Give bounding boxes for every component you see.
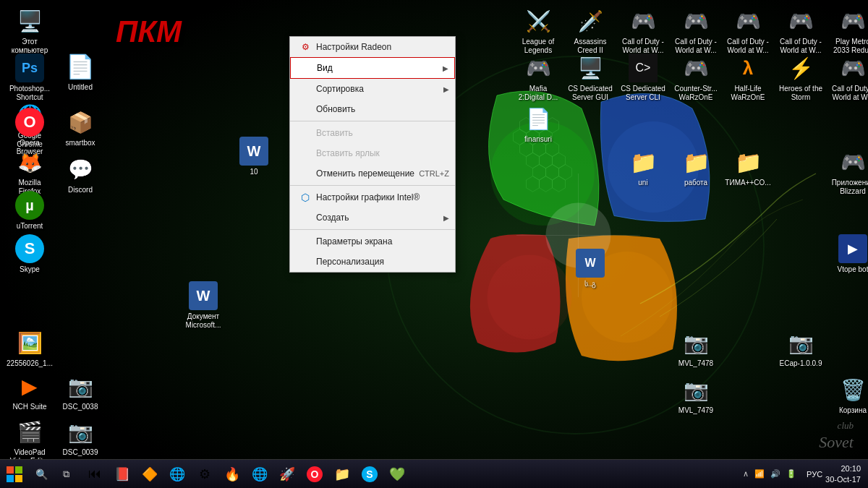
desktop-icon-finansuri[interactable]: 📄 finansuri xyxy=(512,101,564,147)
taskbar: 🔍 ⧉ ⏮ 📕 🔶 🌐 ⚙ 🔥 🌐 🚀 O 📁 S 💚 ∧ 📶 🔊 🔋 xyxy=(0,459,868,488)
desktop-icon-cs-gui[interactable]: 🖥️ CS DedicatedServer GUI xyxy=(564,51,616,105)
desktop-icon-ecap[interactable]: 📷 ECap-1.0.0.9 xyxy=(775,325,827,371)
taskbar-app-explorer[interactable]: 📁 xyxy=(330,462,354,487)
uni-label: uni xyxy=(638,179,647,187)
desktop-icon-discord[interactable]: 💬 Discord xyxy=(54,152,106,197)
acrobat-icon: 📕 xyxy=(114,466,130,482)
taskbar-app-skype[interactable]: S xyxy=(357,462,382,487)
taskbar-app-8[interactable]: 🚀 xyxy=(275,462,299,487)
taskbar-app-3[interactable]: 🔶 xyxy=(137,462,162,487)
desktop-icon-mvl7478[interactable]: 📷 MVL_7478 xyxy=(670,325,722,371)
firefox-icon: 🦊 xyxy=(15,147,44,176)
league-icon: ⚔️ xyxy=(524,7,553,35)
taskbar-app-chrome[interactable]: 🌐 xyxy=(247,462,272,487)
desktop-icon-heroes[interactable]: ⚡ Heroes of theStorm xyxy=(775,51,827,105)
tima-icon: 📁 xyxy=(733,147,762,176)
desktop-icon-blizzard[interactable]: 🎮 ПриложениеBlizzard xyxy=(827,145,868,199)
context-menu: ⚙ Настройки Radeon Вид ▶ Сортировка ▶ Об… xyxy=(289,36,456,273)
taskbar-app-5[interactable]: ⚙ xyxy=(192,462,217,487)
desktop-icon-cod-last[interactable]: 🎮 Call of Duty -World at W... xyxy=(827,51,868,105)
desktop-icon-skype[interactable]: S Skype xyxy=(4,231,56,277)
media-icon: ⏮ xyxy=(88,466,101,481)
ctx-item-personalize[interactable]: Персонализация xyxy=(290,252,455,272)
ctx-item-view[interactable]: Вид ▶ xyxy=(290,57,455,79)
desktop-icon-doc-ms[interactable]: W ДокументMicrosoft... xyxy=(177,278,229,333)
desktop-icon-dsc0039[interactable]: 📷 DSC_0039 xyxy=(54,414,106,460)
desktop-icon-this-pc[interactable]: 🖥️ Этоткомпьютер xyxy=(4,4,56,58)
ctx-item-screen[interactable]: Параметры экрана xyxy=(290,231,455,252)
cod4-icon: 🎮 xyxy=(786,7,815,35)
desktop-icon-cod4[interactable]: 🎮 Call of Duty -World at W... xyxy=(775,4,827,58)
lang-indicator[interactable]: РУС xyxy=(804,470,825,479)
desktop-icon-22556026[interactable]: 🖼️ 22556026_1... xyxy=(4,325,56,371)
search-button[interactable]: 🔍 xyxy=(29,460,54,489)
ctx-item-undo[interactable]: Отменить перемещение CTRL+Z xyxy=(290,163,455,184)
ctx-item-paste-shortcut[interactable]: Вставить ярлык xyxy=(290,143,455,163)
clock-time: 20:10 xyxy=(825,463,861,474)
desktop-icon-vtope[interactable]: ▶ Vtope bot xyxy=(827,231,868,277)
desktop-icon-word10[interactable]: W 10 xyxy=(228,134,280,179)
desktop-icon-photoshop[interactable]: Ps Photoshop...Shortcut xyxy=(4,51,56,105)
ctx-item-refresh[interactable]: Обновить xyxy=(290,99,455,119)
watermark: club Sovet xyxy=(819,417,854,452)
mafia-label: Mafia2:Digital D... xyxy=(519,85,558,102)
personalize-icon xyxy=(299,255,312,268)
ctx-item-sort[interactable]: Сортировка ▶ xyxy=(290,79,455,99)
desktop-icon-dsc0038[interactable]: 📷 DSC_0038 xyxy=(54,369,106,414)
taskbar-app-6[interactable]: 🔥 xyxy=(220,462,244,487)
taskbar-app-media[interactable]: ⏮ xyxy=(82,462,107,487)
screen-icon xyxy=(299,235,312,248)
create-icon xyxy=(299,211,312,224)
desktop-icon-metro[interactable]: 🎮 Play Metro2033 Redux xyxy=(827,4,868,58)
taskbar-app-acrobat[interactable]: 📕 xyxy=(110,462,135,487)
desktop-icon-cod3[interactable]: 🎮 Call of Duty -World at W... xyxy=(722,4,774,58)
desktop-icon-cs-cli[interactable]: C> CS DedicatedServer CLI xyxy=(617,51,669,105)
battery-icon[interactable]: 🔋 xyxy=(785,469,798,479)
skype-icon: S xyxy=(15,234,44,263)
svg-rect-29 xyxy=(7,475,14,482)
desktop-icon-nch[interactable]: ▶ NCH Suite xyxy=(4,369,56,414)
desktop-icon-utorrent[interactable]: µ uTorrent xyxy=(4,188,56,234)
volume-icon[interactable]: 🔊 xyxy=(769,469,782,479)
systray-chevron[interactable]: ∧ xyxy=(741,469,750,479)
chrome-tb-icon: 🌐 xyxy=(252,466,268,482)
ctx-item-create[interactable]: Создать ▶ xyxy=(290,207,455,228)
taskbar-app-4[interactable]: 🌐 xyxy=(165,462,190,487)
cod-last-label: Call of Duty -World at W... xyxy=(832,85,868,102)
clock[interactable]: 20:10 30-Oct-17 xyxy=(825,463,865,484)
cs-gui-label: CS DedicatedServer GUI xyxy=(568,85,613,102)
desktop-icon-mvl7479[interactable]: 📷 MVL_7479 xyxy=(670,372,722,418)
desktop-icon-cod2[interactable]: 🎮 Call of Duty -World at W... xyxy=(670,4,722,58)
korzina-label: Корзина xyxy=(839,406,867,415)
network-icon[interactable]: 📶 xyxy=(753,469,766,479)
desktop-icon-rabota[interactable]: 📁 работа xyxy=(670,145,722,190)
ctx-item-intel[interactable]: ⬡ Настройки графики Intel® xyxy=(290,187,455,207)
desktop-icon-hl2[interactable]: λ Half-LifeWaRzOnE xyxy=(722,51,774,105)
desktop-icon-tima[interactable]: 📁 ТИМА++CO... xyxy=(722,145,774,190)
desktop-icon-smartbox[interactable]: 📦 smartbox xyxy=(54,105,106,150)
desktop-icon-csgo[interactable]: 🎮 Counter-Str...WaRzOnE xyxy=(670,51,722,105)
desktop-icon-assassins[interactable]: 🗡️ AssassinsCreed II xyxy=(564,4,616,58)
ctx-item-paste[interactable]: Вставить xyxy=(290,123,455,143)
desktop-icon-mafia[interactable]: 🎮 Mafia2:Digital D... xyxy=(512,51,564,105)
ecap-label: ECap-1.0.0.9 xyxy=(780,359,822,368)
app8-icon: 🚀 xyxy=(279,466,295,482)
tima-label: ТИМА++CO... xyxy=(725,179,770,187)
videopad-icon: 🎬 xyxy=(15,417,44,446)
blizzard-label: ПриложениеBlizzard xyxy=(832,179,868,196)
taskbar-app-11[interactable]: 💚 xyxy=(385,462,409,487)
task-view-button[interactable]: ⧉ xyxy=(54,460,78,489)
taskbar-app-opera[interactable]: O xyxy=(302,462,327,487)
cs-cli-label: CS DedicatedServer CLI xyxy=(621,85,665,102)
start-button[interactable] xyxy=(0,460,29,489)
desktop-icon-word-geo[interactable]: W ს..გ xyxy=(564,246,616,291)
desktop-icon-cod1[interactable]: 🎮 Call of Duty -World at W... xyxy=(617,4,669,58)
metro-icon: 🎮 xyxy=(838,7,867,35)
ctx-item-radeon[interactable]: ⚙ Настройки Radeon xyxy=(290,37,455,57)
vtope-label: Vtope bot xyxy=(838,265,868,274)
desktop-icon-league[interactable]: ⚔️ League ofLegends xyxy=(512,4,564,58)
rabota-label: работа xyxy=(684,179,707,187)
desktop-icon-uni[interactable]: 📁 uni xyxy=(617,145,669,190)
desktop-icon-korzina[interactable]: 🗑️ Корзина xyxy=(827,372,868,418)
desktop-icon-untitled[interactable]: 📄 Untitled xyxy=(54,49,106,95)
